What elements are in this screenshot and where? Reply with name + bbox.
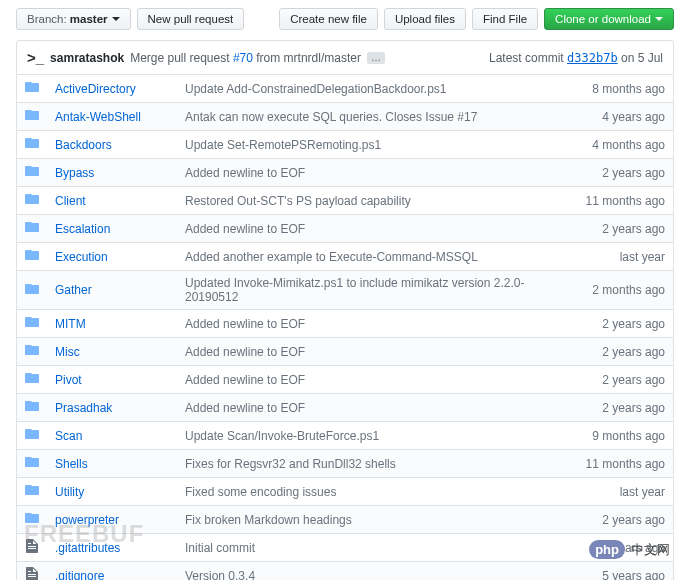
file-commit-message[interactable]: Update Set-RemotePSRemoting.ps1 — [177, 131, 574, 159]
file-age: 2 years ago — [574, 366, 674, 394]
file-row: ClientRestored Out-SCT's PS payload capa… — [17, 187, 674, 215]
file-name-link[interactable]: powerpreter — [55, 513, 119, 527]
file-commit-message[interactable]: Update Scan/Invoke-BruteForce.ps1 — [177, 422, 574, 450]
file-commit-message[interactable]: Added newline to EOF — [177, 394, 574, 422]
file-row: .gitignoreVersion 0.3.45 years ago — [17, 562, 674, 581]
file-row: Antak-WebShellAntak can now execute SQL … — [17, 103, 674, 131]
file-row: ShellsFixes for Regsvr32 and RunDll32 sh… — [17, 450, 674, 478]
file-commit-message[interactable]: Fixed some encoding issues — [177, 478, 574, 506]
latest-commit-bar: >_ samratashok Merge pull request #70 fr… — [16, 40, 674, 75]
commit-ellipsis[interactable]: … — [367, 52, 385, 64]
find-file-button[interactable]: Find File — [472, 8, 538, 30]
file-age: 2 months ago — [574, 271, 674, 310]
file-age: last year — [574, 478, 674, 506]
upload-files-button[interactable]: Upload files — [384, 8, 466, 30]
clone-download-button[interactable]: Clone or download — [544, 8, 674, 30]
file-commit-message[interactable]: Fixes for Regsvr32 and RunDll32 shells — [177, 450, 574, 478]
file-age: 4 months ago — [574, 131, 674, 159]
caret-down-icon — [112, 17, 120, 21]
file-row: PrasadhakAdded newline to EOF2 years ago — [17, 394, 674, 422]
folder-icon — [25, 371, 39, 385]
file-commit-message[interactable]: Added newline to EOF — [177, 215, 574, 243]
folder-icon — [25, 248, 39, 262]
file-commit-message[interactable]: Added newline to EOF — [177, 338, 574, 366]
folder-icon — [25, 399, 39, 413]
file-name-link[interactable]: Gather — [55, 283, 92, 297]
new-pull-request-button[interactable]: New pull request — [137, 8, 245, 30]
create-new-file-button[interactable]: Create new file — [279, 8, 378, 30]
file-name-link[interactable]: Pivot — [55, 373, 82, 387]
file-row: EscalationAdded newline to EOF2 years ag… — [17, 215, 674, 243]
file-row: powerpreterFix broken Markdown headings2… — [17, 506, 674, 534]
file-commit-message[interactable]: Fix broken Markdown headings — [177, 506, 574, 534]
folder-icon — [25, 220, 39, 234]
file-icon — [25, 539, 39, 553]
folder-icon — [25, 192, 39, 206]
folder-icon — [25, 427, 39, 441]
file-name-link[interactable]: Backdoors — [55, 138, 112, 152]
file-age: 8 months ago — [574, 75, 674, 103]
file-name-link[interactable]: Execution — [55, 250, 108, 264]
file-icon — [25, 567, 39, 580]
file-name-link[interactable]: Prasadhak — [55, 401, 112, 415]
file-row: ExecutionAdded another example to Execut… — [17, 243, 674, 271]
folder-icon — [25, 136, 39, 150]
pr-link[interactable]: #70 — [233, 51, 253, 65]
folder-icon — [25, 483, 39, 497]
file-commit-message[interactable]: Version 0.3.4 — [177, 562, 574, 581]
commit-sha-link[interactable]: d332b7b — [567, 51, 618, 65]
file-commit-message[interactable]: Added newline to EOF — [177, 366, 574, 394]
file-name-link[interactable]: Utility — [55, 485, 84, 499]
file-name-link[interactable]: Scan — [55, 429, 82, 443]
file-age: 2 years ago — [574, 310, 674, 338]
file-commit-message[interactable]: Added newline to EOF — [177, 310, 574, 338]
file-name-link[interactable]: Escalation — [55, 222, 110, 236]
folder-icon — [25, 164, 39, 178]
file-age: 9 months ago — [574, 422, 674, 450]
file-commit-message[interactable]: Antak can now execute SQL queries. Close… — [177, 103, 574, 131]
file-name-link[interactable]: MITM — [55, 317, 86, 331]
file-age: 11 months ago — [574, 450, 674, 478]
clone-label: Clone or download — [555, 13, 651, 25]
file-age: 2 years ago — [574, 338, 674, 366]
git-commit-icon: >_ — [27, 49, 44, 66]
file-commit-message[interactable]: Initial commit — [177, 534, 574, 562]
folder-icon — [25, 343, 39, 357]
file-commit-message[interactable]: Added newline to EOF — [177, 159, 574, 187]
file-name-link[interactable]: Client — [55, 194, 86, 208]
file-row: ScanUpdate Scan/Invoke-BruteForce.ps19 m… — [17, 422, 674, 450]
file-age: 2 years ago — [574, 159, 674, 187]
commit-meta: Latest commit d332b7b on 5 Jul — [489, 51, 663, 65]
commit-author[interactable]: samratashok — [50, 51, 124, 65]
file-commit-message[interactable]: Update Add-ConstrainedDelegationBackdoor… — [177, 75, 574, 103]
file-row: GatherUpdated Invoke-Mimikatz.ps1 to inc… — [17, 271, 674, 310]
file-name-link[interactable]: ActiveDirectory — [55, 82, 136, 96]
folder-icon — [25, 455, 39, 469]
branch-selector[interactable]: Branch: master — [16, 8, 131, 30]
file-commit-message[interactable]: Updated Invoke-Mimikatz.ps1 to include m… — [177, 271, 574, 310]
repo-toolbar: Branch: master New pull request Create n… — [16, 8, 674, 30]
file-name-link[interactable]: Shells — [55, 457, 88, 471]
file-name-link[interactable]: .gitignore — [55, 569, 104, 581]
folder-icon — [25, 80, 39, 94]
file-age: 11 months ago — [574, 187, 674, 215]
file-name-link[interactable]: Bypass — [55, 166, 94, 180]
branch-label: Branch: — [27, 13, 67, 25]
file-name-link[interactable]: Antak-WebShell — [55, 110, 141, 124]
commit-message[interactable]: Merge pull request #70 from mrtnrdl/mast… — [130, 51, 361, 65]
file-row: ActiveDirectoryUpdate Add-ConstrainedDel… — [17, 75, 674, 103]
folder-icon — [25, 108, 39, 122]
file-list-table: ActiveDirectoryUpdate Add-ConstrainedDel… — [16, 75, 674, 580]
file-row: BackdoorsUpdate Set-RemotePSRemoting.ps1… — [17, 131, 674, 159]
file-age: 5 years ago — [574, 562, 674, 581]
folder-icon — [25, 315, 39, 329]
file-row: PivotAdded newline to EOF2 years ago — [17, 366, 674, 394]
file-row: MITMAdded newline to EOF2 years ago — [17, 310, 674, 338]
folder-icon — [25, 282, 39, 296]
file-commit-message[interactable]: Restored Out-SCT's PS payload capability — [177, 187, 574, 215]
file-commit-message[interactable]: Added another example to Execute-Command… — [177, 243, 574, 271]
file-row: MiscAdded newline to EOF2 years ago — [17, 338, 674, 366]
file-name-link[interactable]: Misc — [55, 345, 80, 359]
file-name-link[interactable]: .gitattributes — [55, 541, 120, 555]
file-age: 2 years ago — [574, 215, 674, 243]
